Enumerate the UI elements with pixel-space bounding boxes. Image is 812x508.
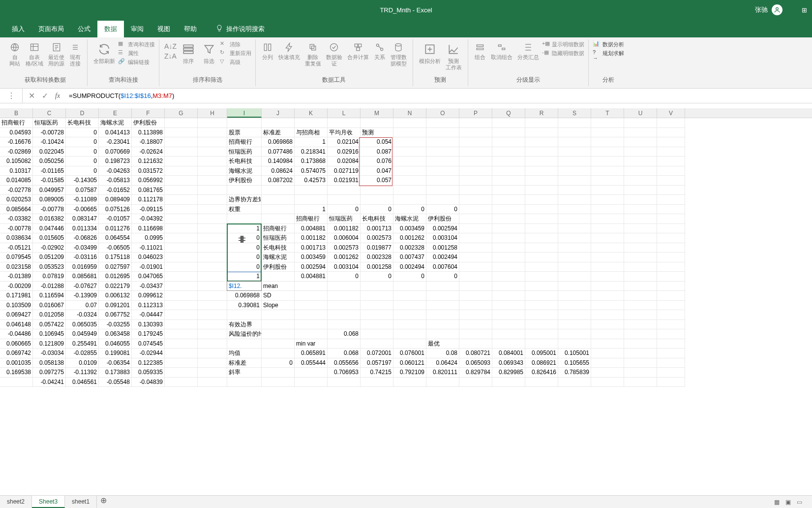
col-header-V[interactable]: V [657,108,685,118]
cell[interactable]: -0.0324 [66,310,99,320]
cell[interactable] [165,378,198,387]
cell[interactable] [459,176,492,186]
cell[interactable] [227,118,262,128]
sort-button[interactable]: 排序 [179,40,198,65]
col-header-I[interactable]: I [227,108,262,118]
cell[interactable]: 0.057422 [33,320,66,330]
cell[interactable]: 0.829985 [492,368,525,378]
cell[interactable]: -0.03499 [66,243,99,253]
cell[interactable]: 0.019877 [361,243,393,253]
cell[interactable]: 0 [66,147,99,157]
cell[interactable] [165,166,198,176]
cell[interactable]: 0 [361,205,393,215]
cell[interactable]: 0.002594 [426,224,459,234]
cell[interactable]: 0.076001 [393,349,426,358]
cell[interactable] [657,349,685,358]
cell[interactable] [165,310,198,320]
cell[interactable] [591,262,624,272]
cell[interactable]: 0.0109 [66,358,99,368]
cell[interactable]: 0.016959 [66,262,99,272]
page-break-icon[interactable]: ▭ [797,499,802,506]
cell[interactable] [459,205,492,215]
cell[interactable] [361,118,393,128]
cell[interactable]: 招商银行 [0,118,33,128]
cell[interactable]: SD [262,291,295,301]
cell[interactable] [492,301,525,311]
cell[interactable]: 0.083147 [66,214,99,224]
cell[interactable]: 0.116698 [132,224,165,234]
cell[interactable] [459,137,492,147]
cell[interactable]: 伊利股份 [262,262,295,272]
cell[interactable] [459,253,492,262]
cell[interactable]: 0.003104 [426,233,459,243]
cell[interactable] [165,243,198,253]
reapply-button[interactable]: ↻重新应用 [220,49,251,57]
cell[interactable]: 标准差 [227,358,262,368]
cell[interactable]: 0.085681 [66,272,99,282]
consolidate-button[interactable]: 合并计算 [345,40,371,62]
col-header-F[interactable]: F [132,108,165,118]
cell[interactable] [591,253,624,262]
cell[interactable]: 0.002494 [426,253,459,262]
cell[interactable] [492,195,525,205]
cell[interactable] [328,320,361,330]
from-web-button[interactable]: 自 网站 [7,40,23,68]
cell[interactable] [198,176,227,186]
cell[interactable]: 平均月收 [328,128,361,138]
cell[interactable] [198,166,227,176]
cell[interactable] [165,128,198,138]
cell[interactable]: 1 [295,205,328,215]
cell[interactable] [591,214,624,224]
cell[interactable]: 0.086921 [525,358,558,368]
cell[interactable] [295,195,328,205]
tab-view[interactable]: 视图 [150,21,177,37]
cell[interactable] [591,320,624,330]
cell[interactable]: 0.002328 [393,243,426,253]
cell[interactable] [657,320,685,330]
cell[interactable]: -0.00728 [33,128,66,138]
cell[interactable]: 边界协方差矩阵 [227,195,262,205]
col-header-N[interactable]: N [393,108,426,118]
cell[interactable]: 股票 [227,128,262,138]
spreadsheet[interactable]: BCDEFGHIJKLMNOPQRSTUV 招商银行恒瑞医药长电科技海螺水泥伊利… [0,108,812,495]
cell[interactable]: 0.091201 [99,301,132,311]
col-header-R[interactable]: R [525,108,558,118]
cell[interactable] [198,339,227,349]
cell[interactable] [426,329,459,339]
cell[interactable] [198,233,227,243]
cell[interactable]: 0.218341 [295,147,328,157]
cell[interactable] [657,137,685,147]
cell[interactable] [165,358,198,368]
cell[interactable] [657,224,685,234]
cell[interactable]: 0.121809 [33,339,66,349]
cell[interactable]: 0.027597 [99,262,132,272]
cell[interactable] [657,301,685,311]
cell[interactable]: 0 [393,205,426,215]
cell[interactable]: 0.002573 [328,243,361,253]
sort-asc-icon[interactable]: A↓Z [164,42,177,50]
cell[interactable] [165,147,198,157]
cell[interactable]: 0 [66,128,99,138]
cell[interactable]: 0.087 [361,147,393,157]
cell[interactable] [525,128,558,138]
cell[interactable]: 0 [361,272,393,282]
cell[interactable]: 0 [426,272,459,282]
cell[interactable]: 0.072001 [361,349,393,358]
cell[interactable] [459,118,492,128]
cell-grid[interactable]: 招商银行恒瑞医药长电科技海螺水泥伊利股份0.04593-0.0072800.04… [0,118,812,387]
cell[interactable] [198,224,227,234]
cell[interactable]: -0.10424 [33,137,66,147]
name-box-dropdown[interactable]: ⋮ [0,89,23,103]
cell[interactable]: 0.081765 [132,186,165,195]
cell[interactable] [525,186,558,195]
col-header-M[interactable]: M [361,108,393,118]
cell[interactable]: 0.067752 [99,310,132,320]
cell[interactable] [558,186,591,195]
tab-data[interactable]: 数据 [97,21,124,37]
cell[interactable]: 长电科技 [66,118,99,128]
cell[interactable] [591,205,624,215]
cell[interactable]: 0 [227,243,262,253]
cell[interactable] [426,186,459,195]
cell[interactable] [198,147,227,157]
cell[interactable] [459,147,492,157]
